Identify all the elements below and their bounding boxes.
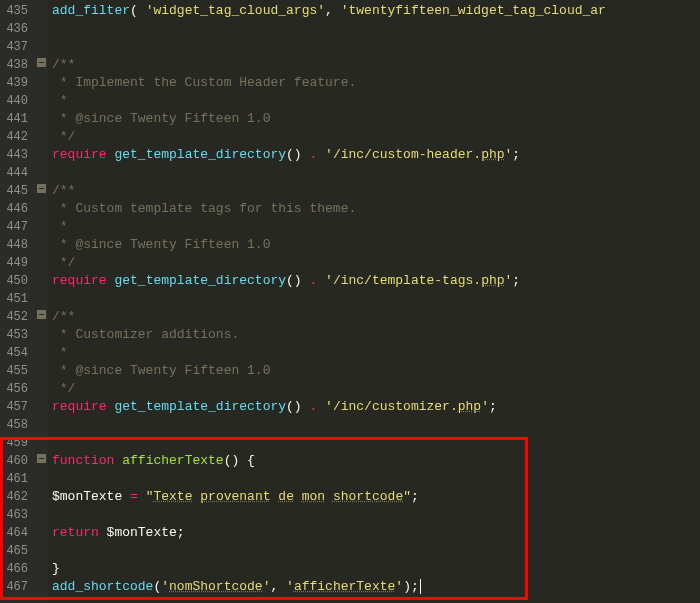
line-number: 455 bbox=[4, 362, 28, 380]
code-line[interactable]: /** bbox=[52, 308, 700, 326]
code-token: require bbox=[52, 399, 107, 414]
line-number: 445 bbox=[4, 182, 28, 200]
code-token: ( bbox=[130, 3, 146, 18]
code-line[interactable]: */ bbox=[52, 128, 700, 146]
fold-toggle-icon[interactable] bbox=[37, 58, 46, 67]
code-token: , bbox=[325, 3, 341, 18]
code-line[interactable]: return $monTexte; bbox=[52, 524, 700, 542]
code-token: return bbox=[52, 525, 99, 540]
line-number: 457 bbox=[4, 398, 28, 416]
line-number: 452 bbox=[4, 308, 28, 326]
line-number: 437 bbox=[4, 38, 28, 56]
line-number: 466 bbox=[4, 560, 28, 578]
code-token: get_template_directory bbox=[114, 147, 286, 162]
code-token bbox=[317, 399, 325, 414]
code-line[interactable]: */ bbox=[52, 380, 700, 398]
code-token: ' bbox=[286, 579, 294, 594]
code-token: Texte bbox=[153, 489, 192, 504]
code-token: 'widget_tag_cloud_args' bbox=[146, 3, 325, 18]
code-line[interactable] bbox=[52, 470, 700, 488]
code-token: * @since Twenty Fifteen 1.0 bbox=[52, 111, 270, 126]
fold-column[interactable] bbox=[34, 0, 48, 603]
code-token: ; bbox=[512, 273, 520, 288]
code-line[interactable] bbox=[52, 506, 700, 524]
code-line[interactable]: require get_template_directory() . '/inc… bbox=[52, 272, 700, 290]
line-number: 446 bbox=[4, 200, 28, 218]
code-token: * bbox=[52, 93, 68, 108]
code-line[interactable]: add_shortcode('nomShortcode', 'afficherT… bbox=[52, 578, 700, 596]
code-token: () bbox=[286, 147, 309, 162]
code-line[interactable]: require get_template_directory() . '/inc… bbox=[52, 398, 700, 416]
code-token bbox=[317, 273, 325, 288]
code-token: () { bbox=[224, 453, 255, 468]
code-line[interactable] bbox=[52, 434, 700, 452]
code-token: ; bbox=[489, 399, 497, 414]
line-number: 460 bbox=[4, 452, 28, 470]
code-line[interactable]: $monTexte = "Texte provenant de mon shor… bbox=[52, 488, 700, 506]
code-line[interactable]: function afficherTexte() { bbox=[52, 452, 700, 470]
code-line[interactable]: * @since Twenty Fifteen 1.0 bbox=[52, 236, 700, 254]
code-line[interactable]: * bbox=[52, 218, 700, 236]
code-line[interactable]: add_filter( 'widget_tag_cloud_args', 'tw… bbox=[52, 2, 700, 20]
code-line[interactable] bbox=[52, 416, 700, 434]
code-line[interactable] bbox=[52, 38, 700, 56]
code-area[interactable]: add_filter( 'widget_tag_cloud_args', 'tw… bbox=[48, 0, 700, 603]
code-token: '/inc/template-tags. bbox=[325, 273, 481, 288]
code-token: */ bbox=[52, 381, 75, 396]
code-token: /** bbox=[52, 309, 75, 324]
line-number: 439 bbox=[4, 74, 28, 92]
code-line[interactable] bbox=[52, 20, 700, 38]
code-line[interactable] bbox=[52, 542, 700, 560]
code-token bbox=[122, 489, 130, 504]
line-number: 438 bbox=[4, 56, 28, 74]
code-line[interactable]: /** bbox=[52, 182, 700, 200]
line-number: 454 bbox=[4, 344, 28, 362]
line-number-gutter: 4354364374384394404414424434444454464474… bbox=[0, 0, 34, 603]
code-token: * Customizer additions. bbox=[52, 327, 239, 342]
code-token: get_template_directory bbox=[114, 399, 286, 414]
code-token: /** bbox=[52, 57, 75, 72]
code-token: */ bbox=[52, 129, 75, 144]
code-token: require bbox=[52, 273, 107, 288]
code-token: php bbox=[481, 273, 504, 288]
code-token: '/inc/customizer. bbox=[325, 399, 458, 414]
code-token: afficherTexte bbox=[122, 453, 223, 468]
line-number: 436 bbox=[4, 20, 28, 38]
code-token: mon bbox=[302, 489, 325, 504]
code-line[interactable]: * Customizer additions. bbox=[52, 326, 700, 344]
code-line[interactable]: */ bbox=[52, 254, 700, 272]
code-token: $monTexte; bbox=[99, 525, 185, 540]
code-line[interactable]: * Custom template tags for this theme. bbox=[52, 200, 700, 218]
fold-toggle-icon[interactable] bbox=[37, 184, 46, 193]
line-number: 442 bbox=[4, 128, 28, 146]
code-token: ' bbox=[395, 579, 403, 594]
fold-toggle-icon[interactable] bbox=[37, 310, 46, 319]
code-token: * @since Twenty Fifteen 1.0 bbox=[52, 237, 270, 252]
code-line[interactable]: * @since Twenty Fifteen 1.0 bbox=[52, 110, 700, 128]
code-token: provenant bbox=[200, 489, 270, 504]
code-token: ' bbox=[481, 399, 489, 414]
code-line[interactable]: /** bbox=[52, 56, 700, 74]
code-line[interactable] bbox=[52, 164, 700, 182]
code-token: () bbox=[286, 399, 309, 414]
line-number: 461 bbox=[4, 470, 28, 488]
code-line[interactable]: * bbox=[52, 344, 700, 362]
code-token bbox=[294, 489, 302, 504]
code-line[interactable]: * Implement the Custom Header feature. bbox=[52, 74, 700, 92]
fold-toggle-icon[interactable] bbox=[37, 454, 46, 463]
code-token: php bbox=[481, 147, 504, 162]
code-line[interactable]: * @since Twenty Fifteen 1.0 bbox=[52, 362, 700, 380]
code-line[interactable] bbox=[52, 290, 700, 308]
code-editor[interactable]: 4354364374384394404414424434444454464474… bbox=[0, 0, 700, 603]
code-token: '/inc/custom-header. bbox=[325, 147, 481, 162]
code-line[interactable]: } bbox=[52, 560, 700, 578]
code-line[interactable]: require get_template_directory() . '/inc… bbox=[52, 146, 700, 164]
code-token: de bbox=[278, 489, 294, 504]
code-token: 'twentyfifteen_widget_tag_cloud_ar bbox=[341, 3, 606, 18]
code-token: */ bbox=[52, 255, 75, 270]
code-token: () bbox=[286, 273, 309, 288]
code-token: " bbox=[403, 489, 411, 504]
line-number: 448 bbox=[4, 236, 28, 254]
code-token: ); bbox=[403, 579, 419, 594]
code-line[interactable]: * bbox=[52, 92, 700, 110]
